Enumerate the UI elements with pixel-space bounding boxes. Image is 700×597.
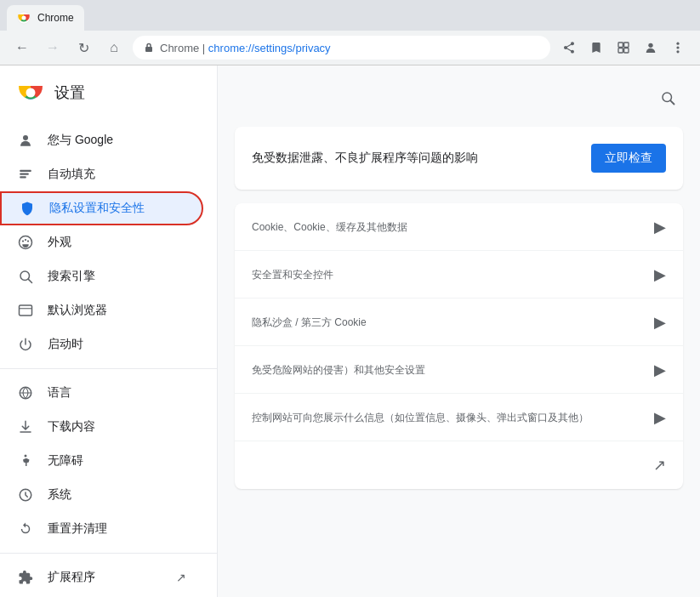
sidebar-item-privacy[interactable]: 隐私设置和安全性 — [0, 191, 203, 225]
svg-point-8 — [648, 43, 652, 48]
sidebar-item-system[interactable]: 系统 — [0, 478, 203, 512]
sidebar-item-search-label: 搜索引擎 — [48, 269, 95, 284]
sidebar-item-reset[interactable]: 重置并清理 — [0, 512, 203, 546]
sites-arrow-icon: ▶ — [654, 408, 666, 427]
sidebar-item-startup-label: 启动时 — [48, 337, 83, 352]
svg-rect-6 — [618, 48, 623, 53]
svg-point-15 — [23, 135, 28, 140]
safebrowse-subtitle: 免受危险网站的侵害）和其他安全设置 — [252, 363, 654, 378]
svg-point-28 — [25, 455, 27, 458]
guide-external-icon: ↗ — [653, 456, 666, 475]
main-content: 免受数据泄露、不良扩展程序等问题的影响 立即检查 Cookie、Cookie、缓… — [218, 65, 700, 597]
bookmark-button[interactable] — [584, 36, 608, 60]
sidebar-item-google-label: 您与 Google — [48, 133, 113, 148]
svg-line-24 — [28, 279, 31, 282]
svg-point-21 — [25, 239, 26, 241]
security-arrow-icon: ▶ — [654, 265, 666, 284]
guide-row-content — [252, 458, 653, 472]
reset-icon — [17, 520, 34, 537]
toolbar-icons — [557, 36, 690, 60]
settings-row-safebrowse[interactable]: 免受危险网站的侵害）和其他安全设置 ▶ — [235, 346, 683, 394]
extensions-icon — [17, 569, 34, 586]
svg-rect-18 — [20, 176, 26, 178]
lock-icon — [143, 42, 155, 54]
sidebar-item-autofill-label: 自动填充 — [48, 167, 95, 182]
autofill-icon — [17, 166, 34, 183]
active-tab[interactable]: Chrome — [7, 5, 84, 31]
tab-label: Chrome — [37, 12, 74, 24]
sandbox-subtitle: 隐私沙盒 / 第三方 Cookie — [252, 316, 654, 330]
accessibility-icon — [17, 452, 34, 469]
language-icon — [17, 384, 34, 401]
window-button[interactable] — [612, 36, 635, 60]
safebrowse-arrow-icon: ▶ — [654, 361, 666, 379]
svg-rect-25 — [20, 305, 32, 316]
reload-button[interactable]: ↻ — [71, 36, 95, 60]
svg-point-9 — [676, 43, 679, 45]
forward-button[interactable]: → — [41, 36, 65, 60]
settings-row-security[interactable]: 安全置和安全控件 ▶ — [235, 251, 683, 298]
search-icon — [17, 268, 34, 285]
home-button[interactable]: ⌂ — [102, 36, 126, 60]
profile-button[interactable] — [639, 36, 663, 60]
sidebar-item-appearance[interactable]: 外观 — [0, 225, 203, 259]
sidebar-item-downloads-label: 下载内容 — [48, 419, 95, 435]
settings-row-cookies[interactable]: Cookie、Cookie、缓存及其他数据 ▶ — [235, 203, 683, 251]
sidebar-item-search[interactable]: 搜索引擎 — [0, 259, 203, 293]
system-icon — [17, 486, 34, 503]
settings-row-guide[interactable]: ↗ — [235, 441, 683, 489]
sidebar-item-extensions-label: 扩展程序 — [48, 570, 95, 585]
svg-rect-17 — [20, 173, 29, 175]
svg-rect-16 — [20, 170, 31, 172]
address-url: chrome://settings/privacy — [208, 42, 331, 54]
main-header — [235, 82, 683, 113]
share-button[interactable] — [557, 36, 581, 60]
sidebar-header: 设置 — [0, 65, 217, 120]
sidebar-divider-2 — [0, 553, 217, 554]
safebrowse-row-content: 免受危险网站的侵害）和其他安全设置 — [252, 361, 654, 378]
safety-card-text: 免受数据泄露、不良扩展程序等问题的影响 — [252, 151, 574, 166]
sidebar-item-autofill[interactable]: 自动填充 — [0, 157, 203, 191]
sidebar-item-startup[interactable]: 启动时 — [0, 327, 203, 361]
sidebar-item-downloads[interactable]: 下载内容 — [0, 410, 203, 444]
menu-button[interactable] — [666, 36, 690, 60]
svg-point-2 — [22, 16, 26, 20]
sidebar-divider-1 — [0, 368, 217, 369]
sidebar-item-system-label: 系统 — [48, 487, 71, 503]
sidebar-item-google[interactable]: 您与 Google — [0, 123, 203, 157]
sandbox-row-content: 隐私沙盒 / 第三方 Cookie — [252, 314, 654, 330]
nav-bar: ← → ↻ ⌂ Chrome | chrome://settings/priva… — [0, 31, 700, 65]
svg-line-33 — [670, 100, 674, 104]
sidebar-item-language[interactable]: 语言 — [0, 376, 203, 410]
settings-section-1: Cookie、Cookie、缓存及其他数据 ▶ 安全置和安全控件 ▶ 隐私沙盒 … — [235, 203, 683, 489]
sidebar-item-language-label: 语言 — [48, 385, 71, 401]
address-bar[interactable]: Chrome | chrome://settings/privacy — [133, 36, 550, 60]
sandbox-arrow-icon: ▶ — [654, 313, 666, 332]
svg-point-11 — [676, 50, 679, 53]
address-prefix: Chrome | — [160, 42, 208, 54]
sites-subtitle: 控制网站可向您展示什么信息（如位置信息、摄像头、弹出式窗口及其他） — [252, 411, 654, 425]
sidebar-title: 设置 — [54, 82, 85, 103]
sidebar-item-appearance-label: 外观 — [48, 235, 71, 250]
extensions-external-icon: ↗ — [176, 571, 186, 584]
settings-row-sandbox[interactable]: 隐私沙盒 / 第三方 Cookie ▶ — [235, 298, 683, 346]
shield-icon — [19, 200, 36, 217]
check-now-button[interactable]: 立即检查 — [591, 144, 666, 173]
sidebar-item-accessibility[interactable]: 无障碍 — [0, 444, 203, 478]
palette-icon — [17, 234, 34, 251]
cookies-row-content: Cookie、Cookie、缓存及其他数据 — [252, 219, 654, 235]
sidebar-item-reset-label: 重置并清理 — [48, 521, 107, 537]
browser-icon — [17, 302, 34, 319]
settings-row-sites[interactable]: 控制网站可向您展示什么信息（如位置信息、摄像头、弹出式窗口及其他） ▶ — [235, 394, 683, 441]
sidebar-item-accessibility-label: 无障碍 — [48, 453, 83, 469]
back-button[interactable]: ← — [10, 36, 34, 60]
sidebar-item-extensions[interactable]: 扩展程序 ↗ — [0, 560, 203, 594]
sidebar: 设置 您与 Google 自动填充 隐私 — [0, 65, 218, 597]
browser-chrome: Chrome ← → ↻ ⌂ Chrome | chrome://setting… — [0, 0, 700, 65]
security-subtitle: 安全置和安全控件 — [252, 268, 654, 282]
sidebar-item-browser[interactable]: 默认浏览器 — [0, 293, 203, 327]
security-row-content: 安全置和安全控件 — [252, 266, 654, 282]
tab-bar: Chrome — [0, 0, 700, 31]
search-settings-button[interactable] — [652, 82, 683, 113]
power-icon — [17, 336, 34, 353]
